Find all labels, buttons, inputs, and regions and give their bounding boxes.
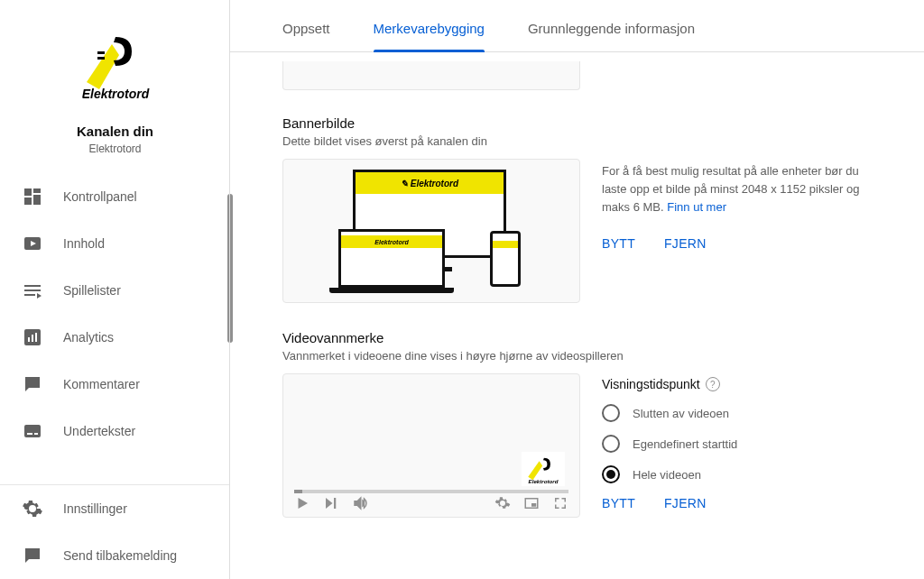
- watermark-title: Videovannmerke: [282, 330, 872, 345]
- radio-custom-circle: [602, 435, 620, 453]
- laptop-mock: Elektrotord: [338, 229, 445, 288]
- watermark-preview: Elektrotord: [282, 373, 580, 518]
- nav-label: Analytics: [63, 330, 114, 345]
- svg-text:Elektrotord: Elektrotord: [529, 478, 559, 484]
- svg-rect-8: [32, 335, 33, 342]
- tabs: Oppsett Merkevarebygging Grunnleggende i…: [230, 0, 924, 52]
- radio-whole-circle: [602, 465, 620, 483]
- play-icon[interactable]: [294, 495, 310, 511]
- radio-whole-label: Hele videoen: [633, 468, 701, 482]
- watermark-row: Elektrotord: [282, 373, 872, 518]
- radio-whole[interactable]: Hele videoen: [602, 465, 872, 483]
- content-icon: [22, 233, 43, 254]
- svg-rect-20: [531, 503, 536, 507]
- feedback-icon: [22, 545, 43, 566]
- radio-end-circle: [602, 404, 620, 422]
- playlists-icon: [22, 280, 43, 301]
- watermark-remove-button[interactable]: FJERN: [664, 496, 707, 510]
- nav-label: Undertekster: [63, 424, 135, 438]
- video-progress[interactable]: [294, 490, 568, 493]
- svg-rect-12: [34, 433, 38, 435]
- settings-icon[interactable]: [494, 495, 511, 511]
- nav-feedback[interactable]: Send tilbakemelding: [0, 532, 230, 579]
- svg-marker-16: [326, 498, 333, 509]
- app-root: Elektrotord Kanalen din Elektrotord Kont…: [0, 0, 924, 579]
- fullscreen-icon[interactable]: [552, 495, 568, 511]
- banner-preview: ✎ Elektrotord Elektrotord: [282, 159, 580, 303]
- banner-title: Bannerbilde: [282, 115, 872, 131]
- nav-analytics[interactable]: Analytics: [0, 314, 230, 361]
- timing-title-text: Visningstidspunkt: [602, 377, 700, 391]
- volume-icon[interactable]: [352, 495, 368, 511]
- nav-comments[interactable]: Kommentarer: [0, 361, 230, 408]
- banner-remove-button[interactable]: FJERN: [664, 236, 707, 251]
- banner-row: ✎ Elektrotord Elektrotord For å få best …: [282, 159, 872, 303]
- radio-end-label: Slutten av videoen: [633, 407, 729, 420]
- banner-actions: BYTT FJERN: [602, 236, 872, 251]
- phone-mock: [490, 231, 521, 287]
- nav-label: Innstillinger: [63, 501, 127, 516]
- nav-playlists[interactable]: Spillelister: [0, 267, 230, 314]
- help-icon[interactable]: ?: [706, 377, 720, 391]
- svg-rect-11: [27, 433, 32, 435]
- nav-label: Innhold: [63, 236, 105, 251]
- main: Oppsett Merkevarebygging Grunnleggende i…: [230, 0, 924, 579]
- banner-info-text: For å få best mulig resultat på alle enh…: [602, 162, 872, 216]
- banner-info: For å få best mulig resultat på alle enh…: [602, 159, 872, 251]
- analytics-icon: [22, 326, 43, 348]
- tab-basic[interactable]: Grunnleggende informasjon: [528, 5, 695, 51]
- tab-branding[interactable]: Merkevarebygging: [374, 5, 485, 51]
- section-watermark: Videovannmerke Vannmerket i videoene din…: [282, 330, 872, 518]
- svg-marker-15: [299, 498, 309, 509]
- svg-marker-18: [355, 498, 361, 509]
- nav-label: Kommentarer: [63, 377, 140, 391]
- nav-label: Send tilbakemelding: [63, 548, 177, 563]
- banner-change-button[interactable]: BYTT: [602, 236, 635, 251]
- dashboard-icon: [22, 186, 43, 207]
- sidebar: Elektrotord Kanalen din Elektrotord Kont…: [0, 0, 230, 579]
- watermark-thumb: Elektrotord: [522, 452, 565, 486]
- radio-end[interactable]: Slutten av videoen: [602, 404, 872, 422]
- miniplayer-icon[interactable]: [523, 495, 540, 511]
- svg-text:Elektrotord: Elektrotord: [81, 87, 149, 101]
- channel-logo[interactable]: Elektrotord: [68, 16, 162, 111]
- radio-custom-label: Egendefinert starttid: [633, 437, 737, 451]
- channel-name: Elektrotord: [0, 142, 230, 155]
- radio-custom[interactable]: Egendefinert starttid: [602, 435, 872, 453]
- svg-rect-10: [24, 425, 41, 437]
- nav-label: Kontrollpanel: [63, 189, 137, 204]
- svg-rect-7: [28, 337, 30, 342]
- banner-desc: Dette bildet vises øverst på kanalen din: [282, 134, 872, 148]
- gear-icon: [22, 498, 43, 519]
- subtitles-icon: [22, 420, 43, 442]
- watermark-actions: BYTT FJERN: [602, 496, 872, 510]
- comments-icon: [22, 373, 43, 395]
- content-scroll[interactable]: Bannerbilde Dette bildet vises øverst på…: [230, 52, 924, 579]
- watermark-change-button[interactable]: BYTT: [602, 496, 635, 510]
- sidebar-scrollbar[interactable]: [227, 194, 233, 343]
- previous-section-strip: [282, 61, 580, 90]
- watermark-options: Visningstidspunkt ? Slutten av videoen E…: [602, 373, 872, 510]
- svg-rect-17: [334, 498, 336, 509]
- tab-layout[interactable]: Oppsett: [282, 5, 330, 51]
- section-banner: Bannerbilde Dette bildet vises øverst på…: [282, 115, 872, 303]
- channel-logo-wrap: Elektrotord: [0, 0, 230, 120]
- watermark-desc: Vannmerket i videoene dine vises i høyre…: [282, 349, 872, 363]
- nav-list: Kontrollpanel Innhold Spillelister Analy…: [0, 173, 230, 455]
- next-icon[interactable]: [323, 495, 339, 511]
- nav-dashboard[interactable]: Kontrollpanel: [0, 173, 230, 220]
- banner-info-body: For å få best mulig resultat på alle enh…: [602, 164, 859, 214]
- svg-rect-9: [35, 333, 37, 342]
- nav-settings[interactable]: Innstillinger: [0, 485, 230, 532]
- nav-content[interactable]: Innhold: [0, 220, 230, 267]
- banner-learn-more-link[interactable]: Finn ut mer: [667, 200, 726, 214]
- device-mockups: ✎ Elektrotord Elektrotord: [328, 168, 535, 294]
- nav-bottom: Innstillinger Send tilbakemelding: [0, 484, 230, 579]
- channel-section-title: Kanalen din: [0, 124, 230, 139]
- svg-rect-1: [97, 51, 105, 54]
- nav-subtitles[interactable]: Undertekster: [0, 408, 230, 455]
- nav-label: Spillelister: [63, 283, 121, 298]
- svg-rect-2: [97, 57, 105, 60]
- svg-marker-0: [87, 44, 119, 89]
- video-controls: [283, 495, 579, 511]
